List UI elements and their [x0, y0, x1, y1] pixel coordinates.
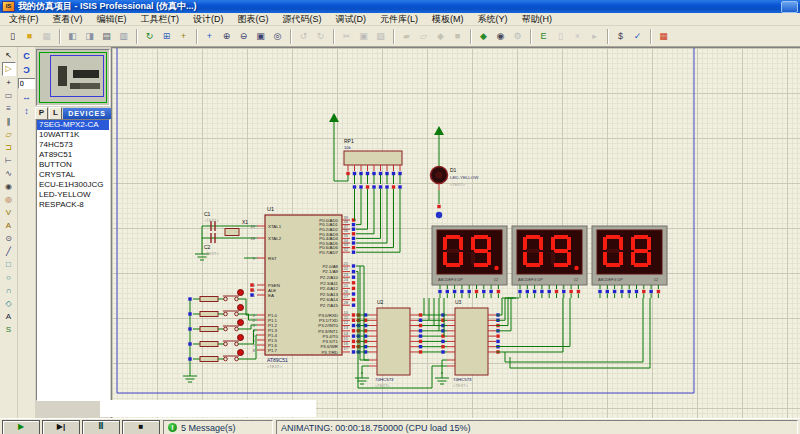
device-pin-mode-icon[interactable]: ⊢ — [2, 154, 15, 167]
led-d1[interactable]: D1LED-YELLOW<TEXT> — [431, 126, 480, 218]
device-item[interactable]: BUTTON — [37, 160, 109, 170]
svg-text:13: 13 — [344, 325, 349, 330]
toolbar-separator — [393, 29, 394, 44]
seven-segment-display-minutes[interactable]: ABCDEFG DP12 — [512, 226, 587, 298]
block-move-button: ▱ — [416, 29, 431, 43]
terminal-mode-icon[interactable]: ⊐ — [2, 141, 15, 154]
rotate-clockwise-button[interactable]: C — [20, 50, 33, 62]
menu-item[interactable]: 源代码(S) — [276, 13, 329, 25]
box-mode-icon[interactable]: □ — [2, 258, 15, 271]
device-item[interactable]: LED-YELLOW — [37, 190, 109, 200]
library-manager-button[interactable]: L — [49, 107, 62, 120]
component-mode-icon[interactable]: ▷ — [2, 62, 16, 76]
selection-mode-icon[interactable]: ↖ — [2, 49, 15, 62]
stop-button[interactable]: ■ — [122, 420, 160, 434]
pause-button[interactable]: Ⅱ — [82, 420, 120, 434]
device-item[interactable]: AT89C51 — [37, 150, 109, 160]
text-mode-icon[interactable]: A — [2, 310, 15, 323]
schematic-canvas[interactable]: C1<TEXT>C2<TEXT>X1U1AT89C51<TEXT>19XTAL1… — [112, 48, 800, 419]
origin-button[interactable]: + — [176, 29, 191, 43]
svg-text:24: 24 — [344, 277, 349, 282]
svg-text:16: 16 — [344, 341, 349, 346]
menu-item[interactable]: 查看(V) — [46, 13, 90, 25]
menu-item[interactable]: 系统(Y) — [471, 13, 515, 25]
main-toolbar: ▯■▦◧◨▤▥↻⊞++⊕⊖▣◎↺↻✂▣▨▰▱◆■◆◉⚙E▯×▸$✓▦ — [0, 26, 800, 47]
device-item[interactable]: CRYSTAL — [37, 170, 109, 180]
rotation-angle-input[interactable] — [18, 78, 36, 89]
zoom-area-button[interactable]: ▣ — [253, 29, 268, 43]
make-device-button[interactable]: ◉ — [493, 29, 508, 43]
pick-devices-button[interactable]: P — [35, 107, 48, 120]
step-button[interactable]: ▶| — [42, 420, 80, 434]
zoom-in-button[interactable]: ⊕ — [219, 29, 234, 43]
latch-u2[interactable]: U274HC573<TEXT> — [369, 299, 418, 388]
mcu-at89c51[interactable]: U1AT89C51<TEXT>19XTAL118XTAL29RST29PSEN3… — [250, 206, 355, 369]
path-mode-icon[interactable]: ◇ — [2, 297, 15, 310]
toggle-grid-button[interactable]: ⊞ — [159, 29, 174, 43]
zoom-out-button[interactable]: ⊖ — [236, 29, 251, 43]
device-list[interactable]: 7SEG-MPX2-CA10WATT1K74HC573AT89C51BUTTON… — [36, 119, 110, 401]
device-item[interactable]: 74HC573 — [37, 140, 109, 150]
menu-item[interactable]: 元件库(L) — [373, 13, 425, 25]
svg-text:22: 22 — [344, 266, 349, 271]
arc-mode-icon[interactable]: ∩ — [2, 284, 15, 297]
goto-sheet-button: ▸ — [587, 29, 602, 43]
menu-item[interactable]: 调试(D) — [329, 13, 374, 25]
virtual-instrument-mode-icon[interactable]: ⊙ — [2, 232, 15, 245]
rotate-anticlockwise-button[interactable]: Ɔ — [20, 64, 33, 76]
tape-recorder-mode-icon[interactable]: ◉ — [2, 180, 15, 193]
schematic-editor[interactable]: C1<TEXT>C2<TEXT>X1U1AT89C51<TEXT>19XTAL1… — [112, 47, 800, 418]
svg-text:<TEXT>: <TEXT> — [450, 182, 466, 187]
mirror-vertical-button[interactable]: ↕ — [20, 105, 33, 117]
play-button[interactable]: ▶ — [2, 420, 40, 434]
electrical-rule-check-button[interactable]: ✓ — [630, 29, 645, 43]
mark-region-button[interactable]: ▥ — [116, 29, 131, 43]
bus-mode-icon[interactable]: ∥ — [2, 115, 15, 128]
netlist-to-ares-button[interactable]: ▦ — [656, 29, 671, 43]
pan-button[interactable]: + — [202, 29, 217, 43]
property-assignment-button[interactable]: E — [536, 29, 551, 43]
print-button[interactable]: ▤ — [99, 29, 114, 43]
circle-mode-icon[interactable]: ○ — [2, 271, 15, 284]
device-item[interactable]: RESPACK-8 — [37, 200, 109, 210]
message-panel[interactable]: i 5 Message(s) — [163, 420, 273, 434]
redraw-button[interactable]: ↻ — [142, 29, 157, 43]
latch-u3[interactable]: U374HC573<TEXT> — [447, 299, 496, 388]
current-probe-mode-icon[interactable]: A — [2, 219, 15, 232]
pick-device-button[interactable]: ◆ — [476, 29, 491, 43]
line-mode-icon[interactable]: ╱ — [2, 245, 15, 258]
push-buttons[interactable] — [183, 290, 257, 383]
menu-item[interactable]: 编辑(E) — [90, 13, 134, 25]
mirror-horizontal-button[interactable]: ↔ — [20, 91, 33, 103]
voltage-probe-mode-icon[interactable]: V — [2, 206, 15, 219]
subcircuit-mode-icon[interactable]: ▱ — [2, 128, 15, 141]
svg-text:12: 12 — [574, 278, 578, 282]
device-item[interactable]: 7SEG-MPX2-CA — [37, 120, 109, 130]
menu-item[interactable]: 文件(F) — [2, 13, 46, 25]
symbol-mode-icon[interactable]: S — [2, 323, 15, 336]
menu-item[interactable]: 模板(M) — [425, 13, 471, 25]
menu-item[interactable]: 帮助(H) — [515, 13, 560, 25]
device-item[interactable]: 10WATT1K — [37, 130, 109, 140]
graph-mode-icon[interactable]: ∿ — [2, 167, 15, 180]
wire-label-mode-icon[interactable]: ▭ — [2, 89, 15, 102]
seven-segment-display-hours[interactable]: ABCDEFG DP12 — [432, 226, 507, 298]
import-file-button[interactable]: ◧ — [65, 29, 80, 43]
bill-of-materials-button[interactable]: $ — [613, 29, 628, 43]
generator-mode-icon[interactable]: ◎ — [2, 193, 15, 206]
svg-text:<TEXT>: <TEXT> — [267, 364, 283, 369]
export-file-button[interactable]: ◨ — [82, 29, 97, 43]
device-item[interactable]: ECU-E1H300JCG — [37, 180, 109, 190]
menu-item[interactable]: 图表(G) — [231, 13, 276, 25]
menu-item[interactable]: 设计(D) — [186, 13, 231, 25]
junction-dot-mode-icon[interactable]: + — [2, 76, 15, 89]
open-folder-button[interactable]: ■ — [22, 29, 37, 43]
menu-item[interactable]: 工具栏(T) — [134, 13, 187, 25]
window-control-button[interactable] — [781, 1, 798, 13]
text-script-mode-icon[interactable]: ≡ — [2, 102, 15, 115]
new-file-button[interactable]: ▯ — [5, 29, 20, 43]
crystal-circuit[interactable]: C1<TEXT>C2<TEXT>X1 — [195, 211, 257, 260]
seven-segment-display-seconds[interactable]: ABCDEFG DP12 — [592, 226, 667, 298]
zoom-all-button[interactable]: ◎ — [270, 29, 285, 43]
svg-text:P2.1/A9: P2.1/A9 — [322, 269, 338, 274]
